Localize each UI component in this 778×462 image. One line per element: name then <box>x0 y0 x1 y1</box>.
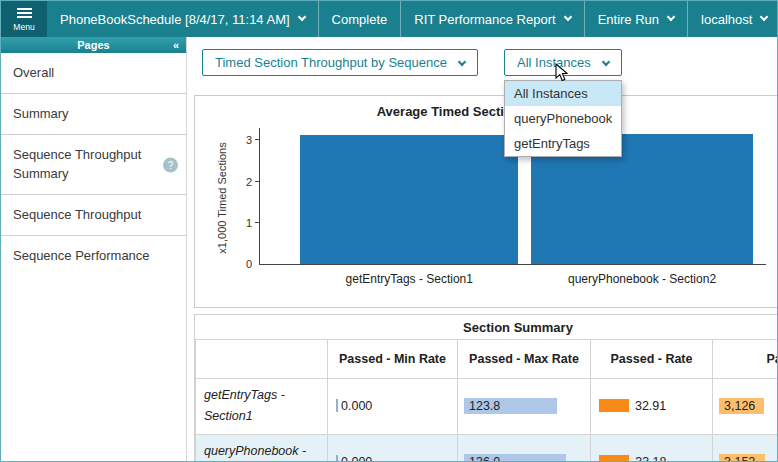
column-header-rate: Passed - Rate <box>591 340 713 379</box>
table-title: Section Summary <box>195 315 777 339</box>
table-row: getEntryTags - Section1 0.000 123.8 32.9… <box>196 379 778 435</box>
chevron-down-icon <box>760 13 768 21</box>
sidebar-item-sequence-throughput[interactable]: Sequence Throughput <box>1 195 186 236</box>
bar-getentrytags-section1 <box>300 135 518 264</box>
sidebar-item-sequence-throughput-summary[interactable]: Sequence Throughput Summary ? <box>1 135 186 194</box>
instance-dropdown[interactable]: All Instances <box>504 49 622 76</box>
column-header-max-rate: Passed - Max Rate <box>458 340 591 379</box>
total-cell: 3,126 <box>713 379 778 435</box>
total-cell: 3,152 <box>713 434 778 461</box>
collapse-sidebar-icon[interactable]: « <box>173 37 179 53</box>
hamburger-icon <box>17 6 32 20</box>
sidebar-item-sequence-performance[interactable]: Sequence Performance <box>1 236 186 276</box>
status-label: Complete <box>332 12 388 27</box>
min-rate-cell: 0.000 <box>328 379 458 435</box>
row-label-line1: getEntryTags - <box>204 388 285 402</box>
rate-value: 32.91 <box>635 399 666 413</box>
rate-bar <box>599 455 629 461</box>
run-label: Entire Run <box>598 12 659 27</box>
chevron-down-icon <box>563 13 571 21</box>
chevron-down-icon <box>601 57 609 65</box>
schedule-label: PhoneBookSchedule [8/4/17, 11:14 AM] <box>60 12 290 27</box>
max-rate-cell: 136.0 <box>458 434 591 461</box>
x-tick-label: queryPhonebook - Section2 <box>531 272 754 286</box>
row-label-line2: Section1 <box>204 409 253 423</box>
rate-cell: 32.91 <box>591 379 713 435</box>
max-rate-value: 136.0 <box>466 455 500 461</box>
schedule-dropdown[interactable]: PhoneBookSchedule [8/4/17, 11:14 AM] <box>47 1 319 37</box>
report-label: RIT Performance Report <box>414 12 555 27</box>
report-dropdown[interactable]: RIT Performance Report <box>401 1 584 37</box>
menu-label: Menu <box>13 22 34 32</box>
column-header-blank <box>196 340 328 379</box>
rate-cell: 33.18 <box>591 434 713 461</box>
sidebar-item-label: Sequence Performance <box>13 248 150 263</box>
sidebar-item-label: Summary <box>13 106 69 121</box>
instance-dropdown-list: All Instances queryPhonebook getEntryTag… <box>504 80 622 157</box>
host-dropdown[interactable]: localhost <box>688 1 778 37</box>
rate-value: 33.18 <box>635 455 666 461</box>
max-rate-value: 123.8 <box>466 399 500 413</box>
min-rate-value: 0.000 <box>341 455 372 461</box>
pages-header: Pages « <box>1 37 186 53</box>
y-tick-label: 1 <box>246 217 252 229</box>
dropdown-option-queryphonebook[interactable]: queryPhonebook <box>505 106 621 131</box>
instance-dropdown-label: All Instances <box>517 55 591 70</box>
pages-title: Pages <box>77 39 109 51</box>
row-label: getEntryTags - Section1 <box>196 379 328 435</box>
host-label: localhost <box>701 12 752 27</box>
status-item: Complete <box>319 1 402 37</box>
y-tick-label: 0 <box>246 258 252 270</box>
y-tick-label: 2 <box>246 176 252 188</box>
dropdown-option-getentrytags[interactable]: getEntryTags <box>505 131 621 156</box>
column-header-min-rate: Passed - Min Rate <box>328 340 458 379</box>
y-axis-label: x1,000 Timed Sections <box>216 113 228 283</box>
zero-bar-tick <box>336 399 338 412</box>
max-rate-cell: 123.8 <box>458 379 591 435</box>
min-rate-value: 0.000 <box>341 399 372 413</box>
table-row: queryPhonebook - Section2 0.000 136.0 33… <box>196 434 778 461</box>
zero-bar-tick <box>336 455 338 461</box>
sidebar-item-label: Sequence Throughput Summary <box>13 147 141 180</box>
y-tick-mark <box>255 222 260 223</box>
menu-button[interactable]: Menu <box>1 1 47 37</box>
y-tick-mark <box>255 139 260 140</box>
main-content: Timed Section Throughput by Sequence All… <box>188 37 777 461</box>
y-tick-label: 3 <box>246 134 252 146</box>
pages-sidebar: Pages « Overall Summary Sequence Through… <box>1 37 187 461</box>
section-summary-table: Section Summary Passed - Min Rate Passed… <box>194 314 777 461</box>
y-tick-mark <box>255 181 260 182</box>
help-icon[interactable]: ? <box>163 157 178 172</box>
sidebar-item-label: Overall <box>13 65 54 80</box>
total-value: 3,152 <box>721 455 755 461</box>
metric-dropdown[interactable]: Timed Section Throughput by Sequence <box>202 49 478 76</box>
report-window: Menu PhoneBookSchedule [8/4/17, 11:14 AM… <box>0 0 778 462</box>
metric-dropdown-label: Timed Section Throughput by Sequence <box>215 55 447 70</box>
chevron-down-icon <box>458 57 466 65</box>
top-bar: Menu PhoneBookSchedule [8/4/17, 11:14 AM… <box>1 1 777 37</box>
row-label: queryPhonebook - Section2 <box>196 434 328 461</box>
column-header-passed: Pas <box>713 340 778 379</box>
sidebar-item-overall[interactable]: Overall <box>1 53 186 94</box>
rate-bar <box>599 399 629 412</box>
x-tick-label: getEntryTags - Section1 <box>300 272 518 286</box>
dropdown-option-all-instances[interactable]: All Instances <box>505 81 621 106</box>
sidebar-item-summary[interactable]: Summary <box>1 94 186 135</box>
chart-title: Average Timed Section Throughput <box>195 104 777 119</box>
min-rate-cell: 0.000 <box>328 434 458 461</box>
controls-row: Timed Section Throughput by Sequence All… <box>202 49 622 76</box>
chevron-down-icon <box>297 13 305 21</box>
total-value: 3,126 <box>721 399 755 413</box>
throughput-chart-panel: Average Timed Section Throughput x1,000 … <box>194 95 777 308</box>
row-label-line1: queryPhonebook - <box>204 444 306 458</box>
chevron-down-icon <box>667 13 675 21</box>
sidebar-item-label: Sequence Throughput <box>13 207 141 222</box>
instance-dropdown-wrap: All Instances All Instances queryPhonebo… <box>504 49 622 76</box>
run-dropdown[interactable]: Entire Run <box>585 1 688 37</box>
